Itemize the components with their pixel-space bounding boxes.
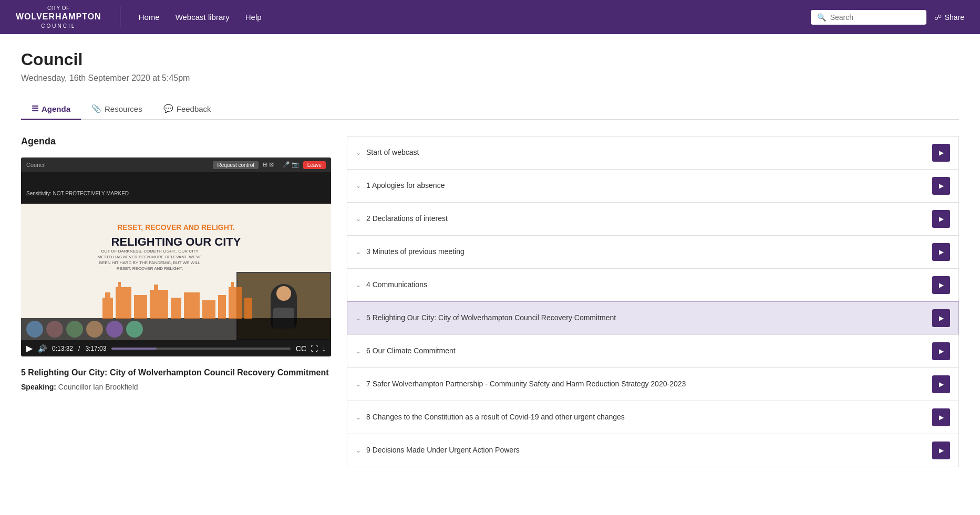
chevron-icon: ⌄ — [356, 314, 361, 322]
agenda-item-item-1[interactable]: ⌄ 1 Apologies for absence ▶ — [347, 169, 959, 203]
presentation-title: RELIGHTING OUR CITY — [97, 236, 255, 248]
play-agenda-button-item-5[interactable]: ▶ — [932, 309, 950, 327]
svg-rect-10 — [218, 295, 226, 319]
left-panel: Agenda Council Request control ⊞ ⊠ ⋯ 🎤 📷… — [21, 136, 331, 467]
play-agenda-button-item-9[interactable]: ▶ — [932, 442, 950, 459]
chevron-icon: ⌄ — [356, 248, 361, 256]
svg-rect-3 — [118, 282, 121, 287]
svg-rect-11 — [229, 287, 242, 319]
chevron-icon: ⌄ — [356, 215, 361, 223]
play-agenda-button-item-8[interactable]: ▶ — [932, 408, 950, 426]
play-icon: ▶ — [939, 281, 944, 289]
agenda-item-item-6[interactable]: ⌄ 6 Our Climate Commitment ▶ — [347, 334, 959, 368]
tab-feedback[interactable]: 💬 Feedback — [153, 99, 222, 120]
download-icon[interactable]: ↓ — [322, 344, 326, 353]
time-separator: / — [78, 345, 80, 352]
leave-button[interactable]: Leave — [303, 161, 326, 169]
agenda-item-start-webcast[interactable]: ⌄ Start of webcast ▶ — [347, 136, 959, 170]
page-date: Wednesday, 16th September 2020 at 5:45pm — [21, 73, 959, 83]
play-button[interactable]: ▶ — [26, 343, 33, 353]
agenda-item-item-5[interactable]: ⌄ 5 Relighting Our City: City of Wolverh… — [347, 301, 959, 335]
agenda-item-left: ⌄ 3 Minutes of previous meeting — [356, 247, 465, 257]
request-control-button[interactable]: Request control — [213, 161, 258, 169]
agenda-item-item-7[interactable]: ⌄ 7 Safer Wolverhampton Partnership - Co… — [347, 367, 959, 401]
content-area: Agenda Council Request control ⊞ ⊠ ⋯ 🎤 📷… — [21, 136, 959, 467]
right-panel: ⌄ Start of webcast ▶ ⌄ 1 Apologies for a… — [347, 136, 959, 467]
chevron-icon: ⌄ — [356, 182, 361, 190]
svg-rect-7 — [171, 298, 181, 319]
video-top-bar-right: Request control ⊞ ⊠ ⋯ 🎤 📷 Leave — [213, 161, 326, 169]
svg-rect-13 — [244, 298, 252, 319]
svg-rect-1 — [105, 292, 110, 298]
play-icon: ▶ — [939, 414, 944, 421]
chevron-icon: ⌄ — [356, 281, 361, 289]
speaker-name: Councillor Ian Brookfield — [58, 383, 138, 391]
progress-bar[interactable] — [111, 348, 290, 350]
fullscreen-icon[interactable]: ⛶ — [311, 344, 318, 353]
search-input[interactable] — [830, 13, 920, 22]
play-icon: ▶ — [939, 447, 944, 454]
caption-icon[interactable]: CC — [296, 344, 306, 353]
agenda-item-left: ⌄ 9 Decisions Made Under Urgent Action P… — [356, 445, 520, 456]
svg-rect-12 — [231, 282, 234, 287]
agenda-item-text: 1 Apologies for absence — [366, 181, 445, 191]
svg-rect-2 — [116, 287, 131, 319]
paperclip-icon: 📎 — [91, 104, 101, 113]
agenda-item-text: Start of webcast — [366, 148, 419, 158]
svg-rect-9 — [202, 300, 215, 319]
play-icon: ▶ — [939, 215, 944, 223]
chevron-icon: ⌄ — [356, 348, 361, 355]
share-button[interactable]: ☍ Share — [934, 13, 964, 22]
nav-help[interactable]: Help — [245, 13, 262, 22]
play-agenda-button-item-2[interactable]: ▶ — [932, 210, 950, 228]
page-title: Council — [21, 50, 959, 69]
svg-rect-5 — [150, 290, 168, 319]
presentation-subtitle: RESET, RECOVER AND RELIGHT. — [97, 223, 255, 232]
agenda-item-text: 5 Relighting Our City: City of Wolverham… — [366, 313, 616, 323]
agenda-item-item-8[interactable]: ⌄ 8 Changes to the Constitution as a res… — [347, 401, 959, 434]
video-screen: Sensitivity: NOT PROTECTIVELY MARKED RES… — [21, 172, 331, 340]
play-agenda-button-item-6[interactable]: ▶ — [932, 342, 950, 360]
play-icon: ▶ — [939, 248, 944, 256]
video-top-bar: Council Request control ⊞ ⊠ ⋯ 🎤 📷 Leave — [21, 157, 331, 172]
agenda-item-text: 8 Changes to the Constitution as a resul… — [366, 412, 625, 423]
logo[interactable]: CITY OF WOLVERHAMPTON COUNCIL — [16, 5, 101, 29]
play-icon: ▶ — [939, 182, 944, 190]
agenda-item-left: ⌄ 1 Apologies for absence — [356, 181, 445, 191]
volume-button[interactable]: 🔊 — [38, 344, 47, 353]
play-agenda-button-item-1[interactable]: ▶ — [932, 177, 950, 195]
play-agenda-button-start-webcast[interactable]: ▶ — [932, 144, 950, 162]
video-toolbar-icons: ⊞ ⊠ ⋯ 🎤 📷 — [263, 161, 299, 169]
agenda-item-text: 4 Communications — [366, 280, 427, 290]
tabs: ☰ Agenda 📎 Resources 💬 Feedback — [21, 99, 959, 120]
play-agenda-button-item-4[interactable]: ▶ — [932, 276, 950, 294]
logo-text: CITY OF WOLVERHAMPTON COUNCIL — [16, 5, 101, 29]
agenda-item-item-4[interactable]: ⌄ 4 Communications ▶ — [347, 268, 959, 302]
sensitivity-label: Sensitivity: NOT PROTECTIVELY MARKED — [26, 191, 129, 196]
tab-resources[interactable]: 📎 Resources — [81, 99, 153, 120]
play-agenda-button-item-7[interactable]: ▶ — [932, 375, 950, 393]
agenda-item-item-9[interactable]: ⌄ 9 Decisions Made Under Urgent Action P… — [347, 434, 959, 467]
avatar-4 — [86, 321, 103, 338]
header-left: CITY OF WOLVERHAMPTON COUNCIL Home Webca… — [16, 5, 262, 29]
control-icons: CC ⛶ ↓ — [296, 344, 326, 353]
agenda-item-item-3[interactable]: ⌄ 3 Minutes of previous meeting ▶ — [347, 235, 959, 269]
svg-rect-6 — [154, 285, 158, 290]
svg-rect-8 — [184, 292, 200, 319]
avatar-2 — [46, 321, 63, 338]
speaking-label: Speaking: — [21, 383, 56, 391]
nav-home[interactable]: Home — [139, 13, 160, 22]
nav-webcast-library[interactable]: Webcast library — [176, 13, 230, 22]
svg-rect-4 — [134, 295, 147, 319]
svg-rect-0 — [102, 298, 113, 319]
play-icon: ▶ — [939, 381, 944, 388]
agenda-item-item-2[interactable]: ⌄ 2 Declarations of interest ▶ — [347, 202, 959, 236]
tab-agenda[interactable]: ☰ Agenda — [21, 99, 81, 120]
agenda-item-text: 6 Our Climate Commitment — [366, 346, 456, 356]
main-content: Council Wednesday, 16th September 2020 a… — [0, 34, 980, 515]
speaker-info: Speaking: Councillor Ian Brookfield — [21, 383, 331, 391]
chevron-icon: ⌄ — [356, 381, 361, 388]
video-meeting-label: Council — [26, 162, 46, 168]
video-controls: ▶ 🔊 0:13:32 / 3:17:03 CC ⛶ ↓ — [21, 340, 331, 356]
play-agenda-button-item-3[interactable]: ▶ — [932, 243, 950, 261]
